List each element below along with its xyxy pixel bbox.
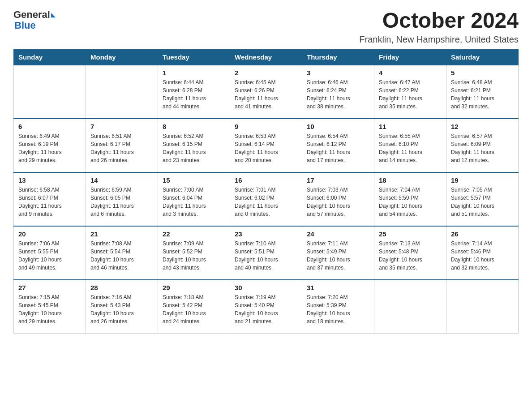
- day-number: 22: [163, 230, 225, 238]
- day-info: Sunrise: 6:54 AM Sunset: 6:12 PM Dayligh…: [307, 132, 369, 164]
- day-number: 26: [451, 230, 514, 238]
- day-number: 25: [379, 230, 442, 238]
- day-number: 13: [18, 176, 81, 184]
- day-info: Sunrise: 6:49 AM Sunset: 6:19 PM Dayligh…: [18, 132, 81, 164]
- day-number: 23: [235, 230, 297, 238]
- day-info: Sunrise: 7:08 AM Sunset: 5:54 PM Dayligh…: [90, 240, 153, 272]
- table-cell: 20Sunrise: 7:06 AM Sunset: 5:55 PM Dayli…: [14, 226, 86, 280]
- day-info: Sunrise: 7:15 AM Sunset: 5:45 PM Dayligh…: [18, 293, 81, 325]
- day-number: 7: [90, 123, 153, 130]
- header-saturday: Saturday: [446, 49, 519, 65]
- table-cell: 1Sunrise: 6:44 AM Sunset: 6:28 PM Daylig…: [158, 65, 230, 119]
- day-info: Sunrise: 6:57 AM Sunset: 6:09 PM Dayligh…: [451, 132, 514, 164]
- header-friday: Friday: [374, 49, 446, 65]
- table-cell: 28Sunrise: 7:16 AM Sunset: 5:43 PM Dayli…: [86, 280, 158, 334]
- day-number: 30: [235, 284, 297, 291]
- table-cell: 5Sunrise: 6:48 AM Sunset: 6:21 PM Daylig…: [446, 65, 519, 119]
- title-area: October 2024 Franklin, New Hampshire, Un…: [359, 9, 519, 45]
- table-cell: 6Sunrise: 6:49 AM Sunset: 6:19 PM Daylig…: [14, 119, 86, 172]
- table-cell: 19Sunrise: 7:05 AM Sunset: 5:57 PM Dayli…: [446, 172, 519, 226]
- day-number: 14: [90, 176, 153, 184]
- table-cell: 29Sunrise: 7:18 AM Sunset: 5:42 PM Dayli…: [158, 280, 230, 334]
- day-number: 1: [163, 69, 225, 77]
- calendar-table: SundayMondayTuesdayWednesdayThursdayFrid…: [13, 49, 519, 334]
- day-number: 27: [18, 284, 81, 291]
- header-sunday: Sunday: [14, 49, 86, 65]
- day-number: 18: [379, 176, 442, 184]
- day-info: Sunrise: 7:01 AM Sunset: 6:02 PM Dayligh…: [235, 186, 297, 218]
- table-cell: 18Sunrise: 7:04 AM Sunset: 5:59 PM Dayli…: [374, 172, 446, 226]
- header-row: SundayMondayTuesdayWednesdayThursdayFrid…: [14, 49, 519, 65]
- header-wednesday: Wednesday: [230, 49, 302, 65]
- day-info: Sunrise: 7:16 AM Sunset: 5:43 PM Dayligh…: [90, 293, 153, 325]
- logo-area: General Blue: [13, 9, 56, 31]
- day-number: 29: [163, 284, 225, 291]
- logo-general: General: [13, 9, 50, 21]
- table-cell: 27Sunrise: 7:15 AM Sunset: 5:45 PM Dayli…: [14, 280, 86, 334]
- table-cell: 24Sunrise: 7:11 AM Sunset: 5:49 PM Dayli…: [302, 226, 374, 280]
- day-number: 4: [379, 69, 442, 77]
- table-cell: 17Sunrise: 7:03 AM Sunset: 6:00 PM Dayli…: [302, 172, 374, 226]
- day-number: 16: [235, 176, 297, 184]
- day-number: 21: [90, 230, 153, 238]
- day-info: Sunrise: 7:19 AM Sunset: 5:40 PM Dayligh…: [235, 293, 297, 325]
- day-info: Sunrise: 6:52 AM Sunset: 6:15 PM Dayligh…: [163, 132, 225, 164]
- week-row-1: 1Sunrise: 6:44 AM Sunset: 6:28 PM Daylig…: [14, 65, 519, 119]
- logo: General: [13, 9, 56, 21]
- day-info: Sunrise: 7:06 AM Sunset: 5:55 PM Dayligh…: [18, 240, 81, 272]
- day-info: Sunrise: 7:09 AM Sunset: 5:52 PM Dayligh…: [163, 240, 225, 272]
- subtitle: Franklin, New Hampshire, United States: [359, 34, 519, 45]
- day-info: Sunrise: 7:18 AM Sunset: 5:42 PM Dayligh…: [163, 293, 225, 325]
- logo-blue-text: Blue: [14, 20, 36, 31]
- day-info: Sunrise: 6:58 AM Sunset: 6:07 PM Dayligh…: [18, 186, 81, 218]
- calendar-header: SundayMondayTuesdayWednesdayThursdayFrid…: [14, 49, 519, 65]
- day-number: 15: [163, 176, 225, 184]
- table-cell: [86, 65, 158, 119]
- table-cell: [14, 65, 86, 119]
- day-info: Sunrise: 7:03 AM Sunset: 6:00 PM Dayligh…: [307, 186, 369, 218]
- day-info: Sunrise: 7:14 AM Sunset: 5:46 PM Dayligh…: [451, 240, 514, 272]
- header: General Blue October 2024 Franklin, New …: [13, 9, 519, 45]
- day-info: Sunrise: 6:59 AM Sunset: 6:05 PM Dayligh…: [90, 186, 153, 218]
- table-cell: 12Sunrise: 6:57 AM Sunset: 6:09 PM Dayli…: [446, 119, 519, 172]
- day-number: 9: [235, 123, 297, 130]
- table-cell: 13Sunrise: 6:58 AM Sunset: 6:07 PM Dayli…: [14, 172, 86, 226]
- day-info: Sunrise: 6:44 AM Sunset: 6:28 PM Dayligh…: [163, 78, 225, 111]
- day-info: Sunrise: 6:47 AM Sunset: 6:22 PM Dayligh…: [379, 78, 442, 111]
- table-cell: 25Sunrise: 7:13 AM Sunset: 5:48 PM Dayli…: [374, 226, 446, 280]
- day-info: Sunrise: 7:20 AM Sunset: 5:39 PM Dayligh…: [307, 293, 369, 325]
- day-info: Sunrise: 7:05 AM Sunset: 5:57 PM Dayligh…: [451, 186, 514, 218]
- day-number: 3: [307, 69, 369, 77]
- table-cell: [446, 280, 519, 334]
- header-monday: Monday: [86, 49, 158, 65]
- table-cell: 23Sunrise: 7:10 AM Sunset: 5:51 PM Dayli…: [230, 226, 302, 280]
- day-number: 20: [18, 230, 81, 238]
- table-cell: [374, 280, 446, 334]
- page-title: October 2024: [359, 9, 519, 33]
- table-cell: 22Sunrise: 7:09 AM Sunset: 5:52 PM Dayli…: [158, 226, 230, 280]
- logo-arrow-icon: [51, 13, 56, 17]
- day-info: Sunrise: 7:11 AM Sunset: 5:49 PM Dayligh…: [307, 240, 369, 272]
- table-cell: 15Sunrise: 7:00 AM Sunset: 6:04 PM Dayli…: [158, 172, 230, 226]
- week-row-3: 13Sunrise: 6:58 AM Sunset: 6:07 PM Dayli…: [14, 172, 519, 226]
- day-number: 10: [307, 123, 369, 130]
- table-cell: 16Sunrise: 7:01 AM Sunset: 6:02 PM Dayli…: [230, 172, 302, 226]
- day-info: Sunrise: 6:55 AM Sunset: 6:10 PM Dayligh…: [379, 132, 442, 164]
- day-number: 5: [451, 69, 514, 77]
- day-number: 2: [235, 69, 297, 77]
- day-number: 12: [451, 123, 514, 130]
- day-number: 8: [163, 123, 225, 130]
- day-number: 28: [90, 284, 153, 291]
- table-cell: 3Sunrise: 6:46 AM Sunset: 6:24 PM Daylig…: [302, 65, 374, 119]
- day-info: Sunrise: 6:53 AM Sunset: 6:14 PM Dayligh…: [235, 132, 297, 164]
- calendar-body: 1Sunrise: 6:44 AM Sunset: 6:28 PM Daylig…: [14, 65, 519, 334]
- day-info: Sunrise: 6:45 AM Sunset: 6:26 PM Dayligh…: [235, 78, 297, 111]
- table-cell: 2Sunrise: 6:45 AM Sunset: 6:26 PM Daylig…: [230, 65, 302, 119]
- day-info: Sunrise: 6:48 AM Sunset: 6:21 PM Dayligh…: [451, 78, 514, 111]
- table-cell: 9Sunrise: 6:53 AM Sunset: 6:14 PM Daylig…: [230, 119, 302, 172]
- week-row-4: 20Sunrise: 7:06 AM Sunset: 5:55 PM Dayli…: [14, 226, 519, 280]
- day-number: 31: [307, 284, 369, 291]
- day-info: Sunrise: 7:13 AM Sunset: 5:48 PM Dayligh…: [379, 240, 442, 272]
- table-cell: 31Sunrise: 7:20 AM Sunset: 5:39 PM Dayli…: [302, 280, 374, 334]
- table-cell: 14Sunrise: 6:59 AM Sunset: 6:05 PM Dayli…: [86, 172, 158, 226]
